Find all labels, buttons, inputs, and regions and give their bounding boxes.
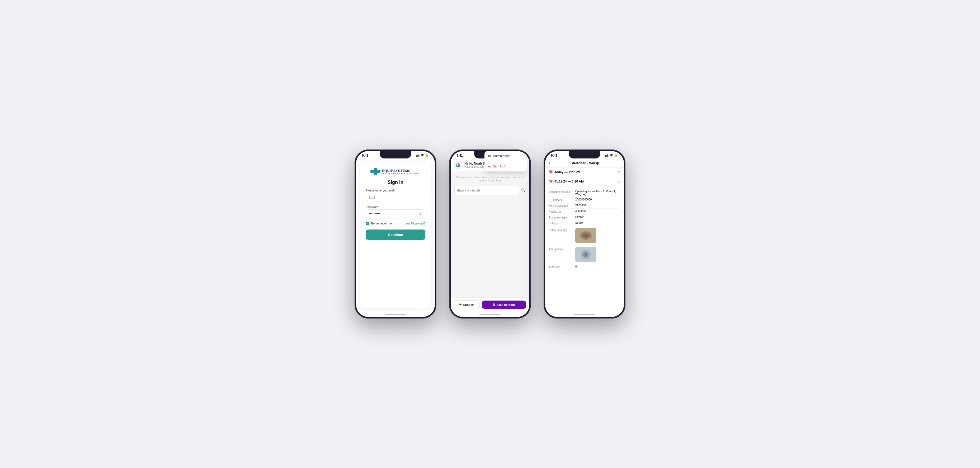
search-input-wrap	[454, 186, 519, 195]
table-row: Mgd Service tag 2A000000	[549, 203, 620, 209]
date-row-2: 📅 01.12.24 — 6:20 AM ∧	[549, 180, 620, 183]
remember-row: ✓ Rememeber me Lost Password?	[366, 221, 425, 225]
date-left-2: 📅 01.12.24 — 6:20 AM	[549, 180, 584, 183]
home-bar-1	[385, 314, 406, 315]
table-row: Sub-type Stroller	[549, 220, 620, 226]
search-button[interactable]: 🔍	[521, 188, 526, 193]
field-value-subtype: Stroller	[575, 221, 620, 225]
svg-rect-10	[607, 154, 608, 157]
field-label-after: After photos	[549, 247, 575, 262]
bottom-bar: ✉ Support ⊡ Scan barcode	[451, 298, 529, 312]
signin-title: Sign in	[366, 180, 425, 185]
svg-rect-3	[419, 154, 420, 157]
signin-screen: EquipSystems Healthcare Equipment Manage…	[356, 158, 435, 312]
table-row: Facility tag 40800000	[549, 209, 620, 215]
phone-3: 9:41 🔋 ‹ Stretcher - transp... 📅 Today —	[544, 150, 625, 318]
svg-rect-8	[605, 155, 606, 157]
home-indicator-1	[356, 312, 435, 317]
logo-row: EquipSystems Healthcare Equipment Manage…	[371, 168, 421, 175]
date-text-2: 01.12.24 — 6:20 AM	[554, 180, 584, 183]
remember-label: Rememeber me	[371, 222, 392, 225]
support-icon: ✉	[459, 303, 461, 306]
password-field-group: Password 👁	[366, 205, 425, 218]
phone2-content-area: Please scan a barcode or enter a barcode…	[451, 171, 529, 298]
table-row: Equipment type Stroller	[549, 215, 620, 220]
detail-content: 📅 Today — 7:27 PM ∨ 📅 01.12.24 — 6:20 AM…	[545, 168, 624, 312]
email-input[interactable]	[366, 193, 425, 202]
email-label: Please enter your mail	[366, 189, 425, 192]
back-button[interactable]: ‹	[549, 161, 550, 166]
home-bar-2	[479, 314, 501, 315]
barcode-input[interactable]	[457, 189, 516, 192]
field-label-atp: ATP start	[549, 265, 575, 269]
date-left-1: 📅 Today — 7:27 PM	[549, 170, 580, 174]
after-photo-thumb[interactable]	[575, 247, 597, 262]
field-label-before: Before photo(s)	[549, 228, 575, 243]
field-label-facility: Facility tag	[549, 210, 575, 213]
chevron-up-icon-2: ∧	[618, 180, 620, 183]
field-value-equiptype: Stroller	[575, 215, 620, 219]
phone-1: 9:41 🔋 EquipSystems Healthcare Equipment…	[355, 150, 436, 318]
table-row: ATP start 0	[549, 264, 620, 270]
password-label: Password	[366, 205, 425, 209]
logo-brand: EquipSystems	[382, 169, 421, 173]
date-section-2[interactable]: 📅 01.12.24 — 6:20 AM ∧	[549, 177, 620, 186]
detail-title: Stretcher - transp...	[552, 161, 620, 165]
chevron-down-icon-1: ∨	[618, 170, 620, 174]
remember-left: ✓ Rememeber me	[366, 221, 392, 225]
home-indicator-3	[545, 312, 624, 317]
logo-cross-icon	[371, 168, 380, 175]
table-row: Department found Operating Room (Floor:1…	[549, 189, 620, 197]
svg-rect-11	[608, 154, 609, 157]
notch-1	[380, 151, 411, 158]
lost-password-link[interactable]: Lost Password?	[405, 222, 425, 225]
field-label-equiptype: Equipment type	[549, 215, 575, 219]
notch-3	[569, 151, 600, 158]
calendar-icon-2: 📅	[549, 180, 553, 183]
svg-rect-0	[416, 155, 417, 157]
detail-table: Department found Operating Room (Floor:1…	[549, 186, 620, 272]
support-button[interactable]: ✉ Support	[454, 300, 480, 309]
password-input[interactable]	[366, 209, 425, 218]
status-time-1: 9:41	[362, 154, 368, 158]
battery-icon-1: 🔋	[425, 154, 429, 158]
table-row: ES barcode 2A000000000	[549, 197, 620, 203]
signin-card: EquipSystems Healthcare Equipment Manage…	[360, 162, 431, 309]
field-label-subtype: Sub-type	[549, 221, 575, 225]
field-value-atp: 0	[575, 265, 620, 269]
search-screen: 🏥 Hello, Noah Smith Have a good job ✕ Pl…	[451, 158, 529, 312]
phone-2: 9:41 🔋 🏥 Hello, Noah Smith Have a good j…	[449, 150, 531, 318]
password-wrap: 👁	[366, 209, 425, 218]
remember-checkbox[interactable]: ✓	[366, 221, 369, 225]
date-section-1[interactable]: 📅 Today — 7:27 PM ∨	[549, 168, 620, 177]
calendar-icon-1: 📅	[549, 170, 553, 174]
field-value-dept: Operating Room (Floor:1, Room:1, Wing: W…	[575, 190, 620, 196]
date-row-1: 📅 Today — 7:27 PM ∨	[549, 170, 620, 174]
scan-icon: ⊡	[492, 303, 495, 306]
battery-icon-3: 🔋	[614, 154, 618, 158]
before-photo-thumb[interactable]	[575, 228, 597, 243]
status-time-3: 9:41	[551, 154, 557, 158]
field-value-esbarcode: 2A000000000	[575, 198, 620, 202]
logo-sub: Healthcare Equipment Management	[382, 173, 421, 174]
status-icons-1: 🔋	[416, 154, 429, 158]
logo-area: EquipSystems Healthcare Equipment Manage…	[366, 168, 425, 175]
continue-button[interactable]: Continue	[366, 229, 425, 240]
home-indicator-2	[451, 312, 529, 317]
p3-header: ‹ Stretcher - transp...	[545, 158, 624, 168]
table-row-before-photo: Before photo(s)	[549, 226, 620, 245]
status-time-2: 9:41	[457, 154, 463, 158]
date-text-1: Today — 7:27 PM	[554, 170, 580, 174]
field-value-facility: 40800000	[575, 210, 620, 213]
field-label-esbarcode: ES barcode	[549, 198, 575, 202]
support-label: Support	[463, 303, 474, 306]
eye-icon[interactable]: 👁	[419, 212, 423, 216]
field-label-dept: Department found	[549, 190, 575, 196]
scan-barcode-button[interactable]: ⊡ Scan barcode	[482, 301, 526, 309]
scan-label: Scan barcode	[496, 303, 515, 306]
svg-rect-1	[417, 155, 418, 157]
field-label-mgd: Mgd Service tag	[549, 204, 575, 207]
search-row: 🔍	[454, 186, 526, 195]
email-field-group: Please enter your mail	[366, 189, 425, 202]
status-icons-3: 🔋	[605, 154, 618, 158]
